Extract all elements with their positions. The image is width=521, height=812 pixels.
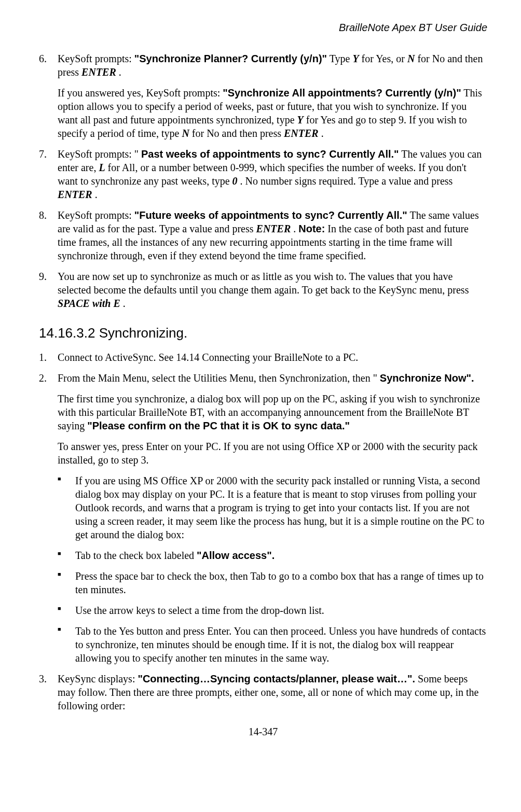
list-item-1: 1. Connect to ActiveSync. See 14.14 Conn…: [39, 351, 487, 364]
text: Type: [330, 53, 353, 64]
text: Press the space bar to check the box, th…: [75, 570, 484, 595]
text: Use the arrow keys to select a time from…: [75, 605, 324, 616]
note-label: Note:: [298, 223, 325, 234]
text: for Yes, or: [362, 53, 407, 64]
page-footer: 14-347: [39, 725, 487, 738]
prompt-text: Past weeks of appointments to sync? Curr…: [141, 148, 399, 160]
item-number: 9.: [39, 270, 47, 283]
key: ENTER: [284, 128, 319, 139]
list-item-7: 7. KeySoft prompts: " Past weeks of appo…: [39, 147, 487, 201]
text: .: [293, 223, 298, 234]
list-item-8: 8. KeySoft prompts: "Future weeks of app…: [39, 208, 487, 262]
text: Tab to the Yes button and press Enter. Y…: [75, 625, 486, 664]
key: ENTER: [256, 223, 291, 234]
text: To answer yes, press Enter on your PC. I…: [58, 441, 478, 466]
list-item-6: 6. KeySoft prompts: "Synchronize Planner…: [39, 52, 487, 79]
text: KeySoft prompts:: [58, 53, 134, 64]
text: .: [95, 189, 98, 200]
text: KeySync displays:: [58, 673, 138, 684]
bullet-item: Press the space bar to check the box, th…: [58, 569, 487, 596]
text: If you are using MS Office XP or 2000 wi…: [75, 475, 484, 540]
bullet-item: If you are using MS Office XP or 2000 wi…: [58, 474, 487, 541]
bullet-item: Tab to the Yes button and press Enter. Y…: [58, 624, 487, 665]
prompt-text: "Connecting…Syncing contacts/planner, pl…: [138, 673, 415, 684]
section-heading: 14.16.3.2 Synchronizing.: [39, 325, 487, 342]
text: Connect to ActiveSync. See 14.14 Connect…: [58, 352, 358, 363]
ordered-list-sync: 1. Connect to ActiveSync. See 14.14 Conn…: [39, 351, 487, 385]
text: From the Main Menu, select the Utilities…: [58, 372, 377, 384]
key: SPACE with E: [58, 298, 120, 309]
text: for No and then press: [192, 128, 284, 139]
key: L: [99, 162, 105, 173]
paragraph: To answer yes, press Enter on your PC. I…: [39, 440, 487, 467]
key: N: [407, 53, 415, 64]
prompt-text: Synchronize Now".: [380, 372, 474, 384]
prompt-text: "Synchronize Planner? Currently (y/n)": [134, 53, 327, 64]
prompt-text: "Allow access".: [197, 550, 275, 561]
item-number: 7.: [39, 147, 47, 161]
list-item-2: 2. From the Main Menu, select the Utilit…: [39, 371, 487, 385]
key: N: [182, 128, 189, 139]
text: .: [321, 128, 324, 139]
text: . No number signs required. Type a value…: [240, 175, 453, 187]
text: .: [123, 298, 126, 309]
ordered-list-top: 6. KeySoft prompts: "Synchronize Planner…: [39, 52, 487, 79]
paragraph: The first time you synchronize, a dialog…: [39, 392, 487, 432]
text: If you answered yes, KeySoft prompts:: [58, 87, 223, 99]
item-number: 2.: [39, 371, 47, 385]
key: Y: [297, 114, 304, 125]
ordered-list-sync-cont: 3. KeySync displays: "Connecting…Syncing…: [39, 672, 487, 712]
page-header: BrailleNote Apex BT User Guide: [39, 21, 487, 34]
bullet-item: Tab to the check box labeled "Allow acce…: [58, 549, 487, 562]
bullet-list: If you are using MS Office XP or 2000 wi…: [58, 474, 487, 665]
prompt-text: "Synchronize All appointments? Currently…: [223, 87, 461, 99]
key: Y: [352, 53, 359, 64]
key: ENTER: [81, 66, 116, 78]
item-number: 6.: [39, 52, 47, 65]
prompt-text: "Please confirm on the PC that it is OK …: [87, 420, 350, 431]
ordered-list-top-cont: 7. KeySoft prompts: " Past weeks of appo…: [39, 147, 487, 310]
prompt-text: "Future weeks of appointments to sync? C…: [134, 209, 407, 221]
bullet-item: Use the arrow keys to select a time from…: [58, 604, 487, 617]
list-item-3: 3. KeySync displays: "Connecting…Syncing…: [39, 672, 487, 712]
item-number: 3.: [39, 672, 47, 685]
key: 0: [232, 175, 238, 187]
item-number: 8.: [39, 208, 47, 222]
item-number: 1.: [39, 351, 47, 364]
text: KeySoft prompts:: [58, 209, 134, 221]
paragraph: If you answered yes, KeySoft prompts: "S…: [39, 86, 487, 140]
text: Tab to the check box labeled: [75, 550, 197, 561]
text: KeySoft prompts: ": [58, 148, 139, 160]
text: You are now set up to synchronize as muc…: [58, 271, 469, 296]
text: .: [119, 66, 121, 78]
key: ENTER: [58, 189, 92, 200]
list-item-9: 9. You are now set up to synchronize as …: [39, 270, 487, 310]
